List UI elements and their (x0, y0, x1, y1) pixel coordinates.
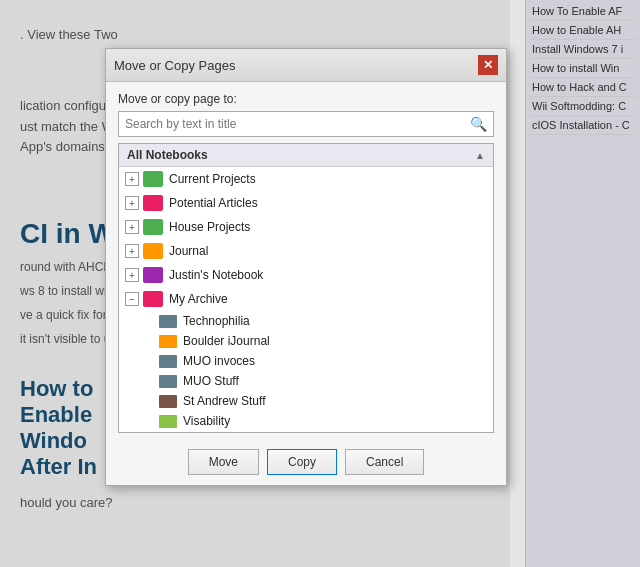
notebook-color-justins (143, 267, 163, 283)
notebook-color-potential (143, 195, 163, 211)
subitem-name-muo-invoces: MUO invoces (183, 354, 255, 368)
dialog-body: Move or copy page to: 🔍 All Notebooks ▲ … (106, 82, 506, 441)
subitem-standrew[interactable]: St Andrew Stuff (119, 391, 493, 411)
move-button[interactable]: Move (188, 449, 259, 475)
notebook-house-projects[interactable]: + House Projects (119, 215, 493, 239)
subitem-icon-boulder (159, 335, 177, 348)
notebook-name-current: Current Projects (169, 172, 256, 186)
search-icon: 🔍 (464, 112, 493, 136)
all-notebooks-label: All Notebooks (127, 148, 208, 162)
all-notebooks-header: All Notebooks ▲ (119, 144, 493, 167)
cancel-button[interactable]: Cancel (345, 449, 424, 475)
copy-button[interactable]: Copy (267, 449, 337, 475)
notebook-journal[interactable]: + Journal (119, 239, 493, 263)
notebook-color-myarchive (143, 291, 163, 307)
notebook-name-potential: Potential Articles (169, 196, 258, 210)
notebook-name-justins: Justin's Notebook (169, 268, 263, 282)
subitem-name-technophilia: Technophilia (183, 314, 250, 328)
subitem-name-boulder: Boulder iJournal (183, 334, 270, 348)
notebook-potential-articles[interactable]: + Potential Articles (119, 191, 493, 215)
expand-icon-house[interactable]: + (125, 220, 139, 234)
notebooks-list[interactable]: All Notebooks ▲ + Current Projects + Pot… (119, 144, 493, 432)
notebook-justins[interactable]: + Justin's Notebook (119, 263, 493, 287)
subitem-name-muo-stuff: MUO Stuff (183, 374, 239, 388)
notebook-color-current (143, 171, 163, 187)
dialog-titlebar: Move or Copy Pages ✕ (106, 49, 506, 82)
scroll-up-arrow[interactable]: ▲ (475, 150, 485, 161)
dialog-instruction-label: Move or copy page to: (118, 92, 494, 106)
subitem-icon-standrew (159, 395, 177, 408)
search-input[interactable] (119, 113, 464, 135)
subitem-name-standrew: St Andrew Stuff (183, 394, 266, 408)
dialog-title: Move or Copy Pages (114, 58, 235, 73)
expand-icon-current[interactable]: + (125, 172, 139, 186)
search-container: 🔍 (118, 111, 494, 137)
expand-icon-justins[interactable]: + (125, 268, 139, 282)
subitem-icon-muo-stuff (159, 375, 177, 388)
subitem-muo-stuff[interactable]: MUO Stuff (119, 371, 493, 391)
subitem-name-visability: Visability (183, 414, 230, 428)
subitem-boulder[interactable]: Boulder iJournal (119, 331, 493, 351)
subitem-icon-visability (159, 415, 177, 428)
notebook-color-house (143, 219, 163, 235)
notebook-current-projects[interactable]: + Current Projects (119, 167, 493, 191)
expand-icon-journal[interactable]: + (125, 244, 139, 258)
notebooks-container: All Notebooks ▲ + Current Projects + Pot… (118, 143, 494, 433)
subitem-technophilia[interactable]: Technophilia (119, 311, 493, 331)
notebook-name-journal: Journal (169, 244, 208, 258)
notebook-name-house: House Projects (169, 220, 250, 234)
expand-icon-potential[interactable]: + (125, 196, 139, 210)
move-copy-dialog: Move or Copy Pages ✕ Move or copy page t… (105, 48, 507, 486)
dialog-buttons: Move Copy Cancel (106, 441, 506, 485)
subitem-icon-technophilia (159, 315, 177, 328)
notebook-name-myarchive: My Archive (169, 292, 228, 306)
subitem-icon-muo-invoces (159, 355, 177, 368)
subitem-muo-invoces[interactable]: MUO invoces (119, 351, 493, 371)
subitem-visability[interactable]: Visability (119, 411, 493, 431)
expand-icon-myarchive[interactable]: − (125, 292, 139, 306)
notebook-myarchive[interactable]: − My Archive (119, 287, 493, 311)
dialog-close-button[interactable]: ✕ (478, 55, 498, 75)
subitem-visability-invoices[interactable]: Visability Invoices (119, 431, 493, 432)
notebook-color-journal (143, 243, 163, 259)
